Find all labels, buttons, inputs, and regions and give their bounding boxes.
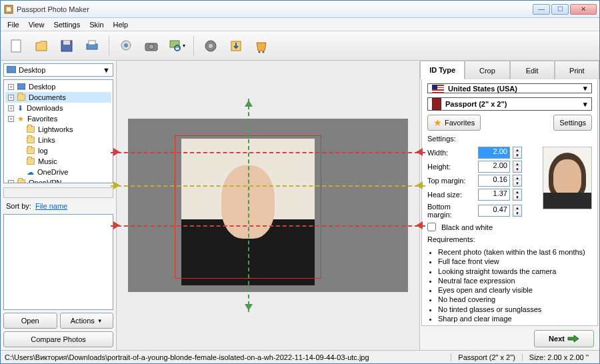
tab-id-type[interactable]: ID Type xyxy=(420,61,465,79)
minimize-button[interactable]: — xyxy=(533,4,550,15)
chevron-down-icon: ▾ xyxy=(583,84,587,93)
handle-right-top[interactable] xyxy=(416,148,423,156)
height-input[interactable]: 2.00 xyxy=(478,161,510,173)
app-icon xyxy=(3,4,14,15)
vertical-guide[interactable] xyxy=(248,99,249,312)
actions-button[interactable]: Actions▼ xyxy=(60,313,114,329)
favorites-button[interactable]: ★Favorites xyxy=(427,115,481,131)
eye-guide[interactable] xyxy=(111,185,425,187)
tab-crop[interactable]: Crop xyxy=(465,61,509,79)
tree-item[interactable]: Lightworks xyxy=(5,124,111,135)
zoom-icon[interactable]: ▾ xyxy=(165,35,188,57)
requirement-item: Neutral face expression xyxy=(438,276,592,285)
chevron-down-icon: ▾ xyxy=(583,100,587,109)
menu-view[interactable]: View xyxy=(25,19,49,30)
bottom_margin-input[interactable]: 0.47 xyxy=(478,205,510,217)
maximize-button[interactable]: ☐ xyxy=(551,4,569,15)
requirement-item: Looking straight towards the camera xyxy=(438,267,592,276)
svg-rect-20 xyxy=(432,98,441,110)
menu-file[interactable]: File xyxy=(3,19,23,30)
top_margin-input[interactable]: 0.16 xyxy=(478,175,510,187)
open-icon[interactable] xyxy=(30,35,53,57)
tree-item[interactable]: Music xyxy=(5,156,111,167)
country-dropdown[interactable]: United States (USA) ▾ xyxy=(427,83,592,93)
chevron-down-icon: ▼ xyxy=(103,66,110,74)
tab-edit[interactable]: Edit xyxy=(510,61,555,79)
spinner[interactable]: ▲▼ xyxy=(513,205,522,217)
save-icon[interactable] xyxy=(55,35,78,57)
tree-item[interactable]: log xyxy=(5,145,111,156)
menu-settings[interactable]: Settings xyxy=(49,19,84,30)
effects-icon[interactable] xyxy=(199,35,222,57)
arrow-right-icon xyxy=(567,335,579,343)
spinner[interactable]: ▲▼ xyxy=(513,147,522,159)
tree-scrollbar[interactable] xyxy=(3,187,113,198)
requirement-item: Recent photo (taken within the last 6 mo… xyxy=(438,247,592,257)
settings-button[interactable]: Settings xyxy=(553,115,592,131)
tree-item[interactable]: +Documents xyxy=(5,92,111,103)
location-text: Desktop xyxy=(19,66,45,74)
new-icon[interactable] xyxy=(5,35,27,57)
requirement-item: No head covering xyxy=(438,295,592,304)
handle-bottom[interactable] xyxy=(245,304,253,311)
svg-rect-2 xyxy=(11,40,21,52)
open-button[interactable]: Open xyxy=(3,313,57,329)
spinner[interactable]: ▲▼ xyxy=(513,161,522,173)
handle-left-eye[interactable] xyxy=(113,181,120,189)
canvas-area[interactable] xyxy=(117,61,419,350)
statusbar: C:\Users\Виктория\Downloads\portrait-of-… xyxy=(1,350,599,363)
svg-rect-4 xyxy=(63,41,70,45)
photo-canvas[interactable] xyxy=(128,119,408,292)
sort-link[interactable]: File name xyxy=(35,202,67,210)
sort-label: Sort by: xyxy=(6,202,31,210)
chin-guide[interactable] xyxy=(111,225,425,227)
handle-top[interactable] xyxy=(245,100,253,107)
black-white-checkbox[interactable]: Black and white xyxy=(427,223,592,231)
desktop-icon xyxy=(7,66,16,74)
compare-photos-button[interactable]: Compare Photos xyxy=(3,331,113,347)
close-button[interactable]: ✕ xyxy=(570,4,597,15)
top-guide[interactable] xyxy=(111,152,425,153)
tree-item[interactable]: +Desktop xyxy=(5,81,111,92)
order-icon[interactable] xyxy=(250,35,273,57)
folder-tree[interactable]: +Desktop+Documents+⬇Downloads+★Favorites… xyxy=(3,79,113,183)
tree-item[interactable]: +⬇Downloads xyxy=(5,103,111,113)
tabs: ID Type Crop Edit Print xyxy=(420,61,599,79)
status-path: C:\Users\Виктория\Downloads\portrait-of-… xyxy=(5,353,451,361)
handle-left-chin[interactable] xyxy=(113,221,120,229)
handle-right-eye[interactable] xyxy=(416,181,423,189)
document-type-dropdown[interactable]: Passport (2" x 2") ▾ xyxy=(427,97,592,111)
location-combo[interactable]: Desktop ▼ xyxy=(3,63,113,77)
sample-preview xyxy=(543,147,592,209)
menu-help[interactable]: Help xyxy=(109,19,133,30)
spinner[interactable]: ▲▼ xyxy=(513,189,522,201)
print-icon[interactable] xyxy=(81,35,103,57)
menu-skin[interactable]: Skin xyxy=(85,19,107,30)
left-panel: Desktop ▼ +Desktop+Documents+⬇Downloads+… xyxy=(1,61,117,350)
camera-icon[interactable] xyxy=(140,35,163,57)
requirement-item: Medium contrast, no deep shadows xyxy=(438,323,592,326)
svg-point-17 xyxy=(263,51,265,53)
tree-item[interactable]: ☁OneDrive xyxy=(5,167,111,177)
tree-item[interactable]: Links xyxy=(5,135,111,145)
field-label: Head size: xyxy=(427,191,475,199)
tab-print[interactable]: Print xyxy=(555,61,599,79)
toolbar: ▾ xyxy=(1,31,599,61)
svg-rect-19 xyxy=(17,83,25,89)
export-icon[interactable] xyxy=(225,35,247,57)
handle-right-chin[interactable] xyxy=(416,221,423,229)
field-label: Bottom margin: xyxy=(427,203,475,219)
svg-point-14 xyxy=(209,44,213,48)
tree-item[interactable]: +★Favorites xyxy=(5,113,111,124)
width-input[interactable]: 2.00 xyxy=(478,147,510,159)
status-doc: Passport (2" x 2") xyxy=(451,353,521,361)
spinner[interactable]: ▲▼ xyxy=(513,175,522,187)
thumbnail-area[interactable] xyxy=(3,214,113,310)
svg-rect-1 xyxy=(7,7,11,11)
next-button[interactable]: Next xyxy=(534,330,594,347)
tree-item[interactable]: +OpenVPN xyxy=(5,177,111,183)
head_size-input[interactable]: 1.37 xyxy=(478,189,510,201)
webcam-icon[interactable] xyxy=(115,35,137,57)
svg-point-8 xyxy=(124,43,128,47)
handle-left-top[interactable] xyxy=(113,148,120,156)
